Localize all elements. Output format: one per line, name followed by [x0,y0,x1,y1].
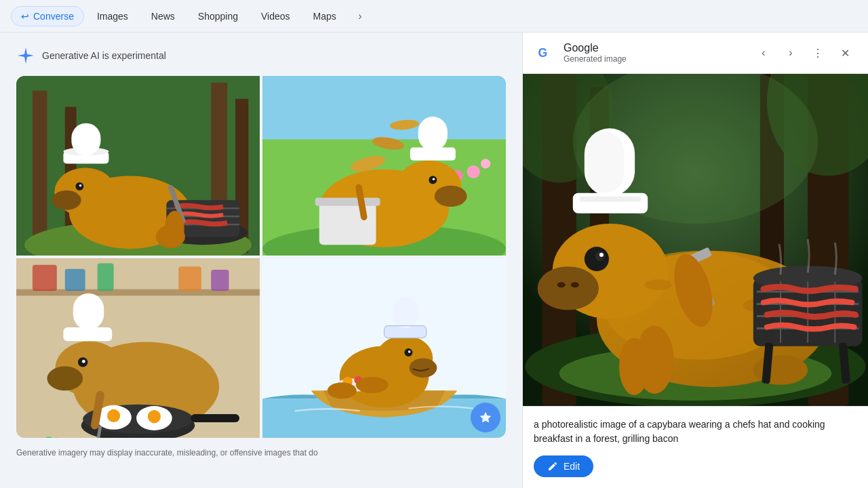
svg-point-30 [435,186,467,207]
nav-item-news[interactable]: News [141,6,185,26]
google-logo: G [534,42,555,64]
svg-point-96 [538,266,599,310]
svg-point-21 [156,225,185,248]
ai-badge: Generative AI is experimental [16,46,506,65]
edit-icon [547,461,558,472]
top-navigation: ↩ Converse Images News Shopping Videos M… [0,0,868,33]
svg-rect-54 [73,293,104,330]
svg-point-106 [644,279,671,290]
right-header-title: Google [564,42,743,54]
right-panel-footer: a photorealistic image of a capybara wea… [523,406,868,488]
action-icon [479,411,492,424]
right-panel: G Google Generated image ‹ › ⋮ ✕ [522,33,868,488]
nav-item-shopping[interactable]: Shopping [188,6,248,26]
right-panel-header: G Google Generated image ‹ › ⋮ ✕ [523,33,868,74]
svg-rect-74 [392,298,418,328]
svg-rect-47 [211,270,229,291]
nav-item-videos[interactable]: Videos [251,6,300,26]
disclaimer-text: Generative imagery may display inaccurat… [16,447,506,459]
nav-item-converse[interactable]: ↩ Converse [11,6,84,26]
main-content: Generative AI is experimental [0,33,868,488]
close-button[interactable]: ✕ [833,41,857,65]
svg-point-50 [47,366,83,390]
svg-rect-34 [418,117,448,150]
edit-button[interactable]: Edit [534,455,593,477]
close-icon: ✕ [841,47,850,60]
ai-badge-text: Generative AI is experimental [42,50,166,61]
grid-image-4[interactable] [262,258,506,438]
svg-rect-35 [319,200,376,245]
svg-rect-36 [315,198,380,206]
grid-image-2[interactable] [262,76,506,256]
chevron-left-icon: ‹ [762,47,765,59]
svg-rect-44 [65,269,85,291]
nav-item-maps[interactable]: Maps [303,6,347,26]
main-image-display [523,74,868,406]
more-icon: ⋮ [812,47,823,60]
next-button[interactable]: › [778,41,803,65]
nav-item-images[interactable]: Images [87,6,138,26]
nav-more-button[interactable]: › [349,5,371,27]
edit-label: Edit [564,461,580,472]
svg-rect-61 [191,414,239,422]
svg-point-25 [481,159,490,168]
svg-rect-46 [178,266,201,291]
nav-label-videos: Videos [261,11,290,22]
image-grid [16,76,506,438]
prev-button[interactable]: ‹ [751,41,776,65]
floating-action-button[interactable] [471,403,500,432]
svg-text:G: G [538,46,547,60]
right-header-actions: ‹ › ⋮ ✕ [751,41,857,65]
svg-point-10 [79,184,82,187]
more-options-button[interactable]: ⋮ [806,41,830,65]
svg-point-32 [433,178,435,180]
svg-point-110 [753,355,808,385]
svg-point-52 [82,360,85,363]
svg-rect-13 [71,123,100,156]
ai-icon [16,46,35,65]
svg-point-97 [557,282,566,287]
svg-point-70 [410,358,437,378]
left-panel: Generative AI is experimental [0,33,522,488]
svg-point-60 [148,410,161,423]
svg-rect-43 [33,265,57,291]
chevron-right-icon: › [789,47,792,59]
nav-label-maps: Maps [313,11,336,22]
svg-point-72 [408,350,411,353]
grid-image-1[interactable] [16,76,260,256]
svg-rect-45 [98,263,114,291]
nav-label-images: Images [97,11,128,22]
right-header-info: Google Generated image [564,42,743,64]
svg-point-8 [52,190,81,210]
svg-point-80 [328,382,357,399]
svg-point-24 [467,165,480,178]
svg-rect-105 [587,131,624,192]
svg-point-101 [599,253,604,257]
svg-point-58 [107,409,120,422]
svg-point-79 [356,377,389,393]
converse-icon: ↩ [21,11,29,22]
nav-label-shopping: Shopping [198,11,238,22]
grid-image-3[interactable] [16,258,260,438]
right-header-subtitle: Generated image [564,54,743,64]
svg-point-98 [571,282,579,287]
svg-rect-103 [580,197,641,202]
image-description: a photorealistic image of a capybara wea… [534,418,857,446]
svg-rect-1 [33,91,47,253]
svg-point-109 [619,338,649,395]
nav-label-news: News [151,11,175,22]
svg-rect-23 [262,76,506,140]
nav-label-converse: Converse [33,11,74,22]
